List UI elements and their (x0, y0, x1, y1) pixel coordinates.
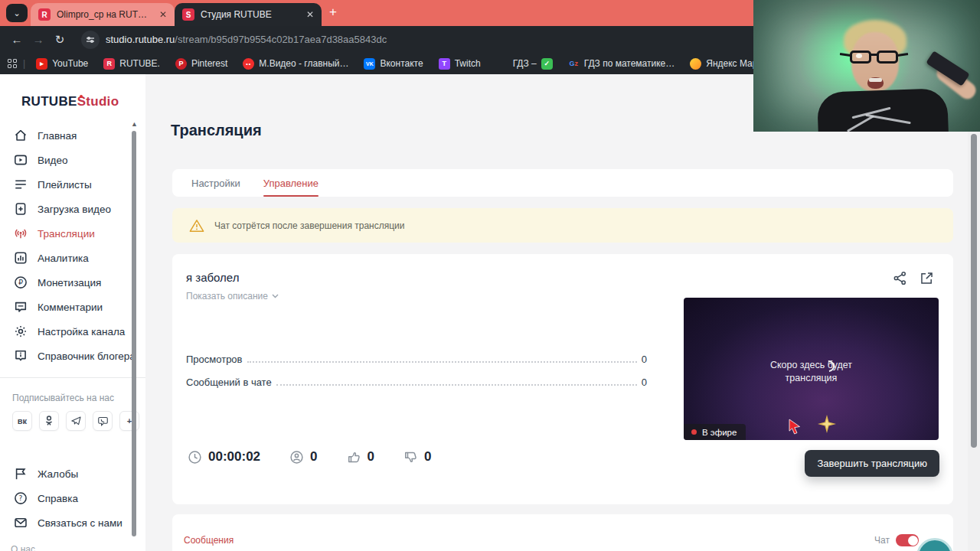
tabs-card: Настройки Управление (172, 169, 953, 197)
home-icon (14, 129, 28, 142)
ruble-icon: ₽ (14, 276, 28, 289)
glasses-temple (840, 53, 851, 57)
live-dot-icon (691, 429, 697, 435)
dotted-leader (276, 384, 637, 386)
tab-title: Olimpro_cp на RUTUBE: 25 вид… (57, 9, 153, 20)
upload-video-icon (14, 202, 28, 216)
end-stream-button[interactable]: Завершить трансляцию (805, 450, 939, 477)
messages-title: Сообщения (184, 535, 234, 546)
rutube-studio-app: RUTUBEStudio Главная Видео Плейлисты Заг… (0, 74, 980, 551)
info-bubble-icon (14, 349, 28, 363)
browser-tab-studio[interactable]: S Студия RUTUBE ✕ (175, 3, 322, 26)
warning-text: Чат сотрётся после завершения трансляции (214, 220, 404, 231)
stream-preview[interactable]: Скоро здесь будет трансляция В эфире (684, 298, 939, 440)
sidebar-item-playlists[interactable]: Плейлисты (0, 172, 145, 197)
bookmark-gdz-math[interactable]: Gz ГДЗ по математике… (562, 58, 681, 70)
tab-search-button[interactable]: ⌄ (6, 4, 28, 22)
sidebar-scrollbar[interactable]: ▲ (131, 120, 139, 551)
bookmark-youtube[interactable]: ▸ YouTube (30, 58, 94, 70)
tab-management[interactable]: Управление (263, 169, 318, 197)
odnoklassniki-social-icon[interactable] (39, 411, 59, 431)
viewer-icon (289, 450, 304, 465)
url-bar[interactable]: studio.rutube.ru/stream/b95d97b9554c02b1… (106, 34, 387, 45)
sidebar-item-help[interactable]: ? Справка (0, 486, 145, 510)
external-link-icon[interactable] (920, 271, 934, 285)
scrollbar-thumb[interactable] (132, 131, 136, 536)
subscribe-label: Подписывайтесь на нас (12, 393, 145, 403)
scrollbar-thumb[interactable] (971, 134, 977, 448)
page-scrollbar[interactable] (968, 74, 980, 551)
chevron-down-icon: ⌄ (13, 8, 20, 18)
toggle-knob (908, 536, 918, 546)
warning-icon (189, 219, 204, 233)
close-icon[interactable]: ✕ (306, 9, 314, 20)
chevron-down-icon (272, 294, 279, 298)
sidebar-item-complaints[interactable]: Жалобы (0, 461, 145, 486)
social-links: вк + (12, 411, 145, 431)
stat-row-views: Просмотров 0 (186, 354, 647, 365)
yandex-market-icon (690, 58, 701, 70)
bookmark-vkontakte[interactable]: VK Вконтакте (358, 58, 429, 70)
sidebar-item-analytics[interactable]: Аналитика (0, 246, 145, 270)
bookmark-pinterest[interactable]: P Pinterest (169, 58, 234, 70)
flag-icon (14, 467, 28, 481)
forward-icon[interactable]: → (28, 33, 49, 46)
page-title: Трансляция (171, 122, 262, 139)
divider (0, 377, 145, 378)
apps-grid-icon[interactable] (8, 59, 17, 68)
pinterest-icon: P (175, 58, 187, 70)
studio-favicon: S (182, 8, 194, 21)
glasses-bridge (870, 54, 877, 56)
rutube-studio-logo[interactable]: RUTUBEStudio (21, 94, 145, 109)
gear-icon (14, 324, 28, 338)
svg-text:?: ? (19, 494, 23, 502)
bookmark-gdz[interactable]: ГДЗ – ✓ (507, 58, 559, 70)
sparkle-icon (817, 414, 837, 434)
dotted-leader (247, 361, 637, 363)
site-info-icon[interactable] (81, 31, 100, 49)
scroll-up-icon[interactable]: ▲ (131, 120, 138, 128)
live-badge: В эфире (684, 424, 746, 440)
back-icon[interactable]: ← (6, 33, 28, 46)
glasses-temple (897, 53, 908, 57)
sidebar-item-streams[interactable]: Трансляции (0, 221, 145, 246)
sidebar-item-contact[interactable]: Связаться с нами (0, 510, 145, 535)
sidebar-item-monetization[interactable]: ₽ Монетизация (0, 270, 145, 295)
stream-stats-row: 00:00:02 0 0 0 (188, 449, 460, 465)
tab-settings[interactable]: Настройки (191, 169, 240, 197)
preview-placeholder: Скоро здесь будет трансляция (684, 359, 939, 385)
rutube-icon: R (103, 58, 115, 70)
thumb-up-icon (347, 450, 361, 465)
browser-tab-olimpro[interactable]: R Olimpro_cp на RUTUBE: 25 вид… ✕ (31, 3, 175, 26)
bookmark-mvideo[interactable]: •• М.Видео - главный… (237, 58, 354, 70)
vk-social-icon[interactable]: вк (12, 411, 32, 431)
sidebar-item-channel-settings[interactable]: Настройка канала (0, 319, 145, 344)
sidebar-item-video[interactable]: Видео (0, 148, 145, 172)
reload-icon[interactable]: ↻ (49, 33, 70, 47)
close-icon[interactable]: ✕ (159, 9, 167, 20)
share-icon[interactable] (893, 271, 907, 285)
about-link[interactable]: О нас (11, 544, 145, 551)
analytics-icon (14, 251, 28, 265)
webcam-overlay (753, 0, 980, 132)
sidebar-menu: Главная Видео Плейлисты Загрузка видео Т… (0, 123, 145, 368)
warning-banner: Чат сотрётся после завершения трансляции (172, 208, 953, 243)
new-tab-button[interactable]: + (329, 5, 337, 20)
bookmark-twitch[interactable]: T Twitch (433, 58, 487, 70)
sidebar-item-comments[interactable]: Комментарии (0, 295, 145, 319)
divider: | (23, 58, 25, 69)
show-description-link[interactable]: Показать описание (186, 291, 279, 302)
stream-card-actions (893, 271, 934, 285)
sidebar-item-home[interactable]: Главная (0, 123, 145, 148)
stream-card: я заболел Показать описание Просмотров 0… (172, 254, 953, 504)
sidebar-item-upload[interactable]: Загрузка видео (0, 197, 145, 221)
chat-toggle[interactable] (896, 534, 919, 546)
telegram-social-icon[interactable] (66, 411, 86, 431)
bookmark-rutube[interactable]: R RUTUBE. (97, 58, 166, 70)
red-cursor-icon (788, 419, 802, 435)
tab-title: Студия RUTUBE (201, 9, 300, 20)
sidebar-item-blogger-handbook[interactable]: Справочник блогера (0, 344, 145, 368)
mvideo-icon: •• (243, 58, 254, 70)
person-teeth (869, 78, 882, 82)
viber-social-icon[interactable] (93, 411, 113, 431)
